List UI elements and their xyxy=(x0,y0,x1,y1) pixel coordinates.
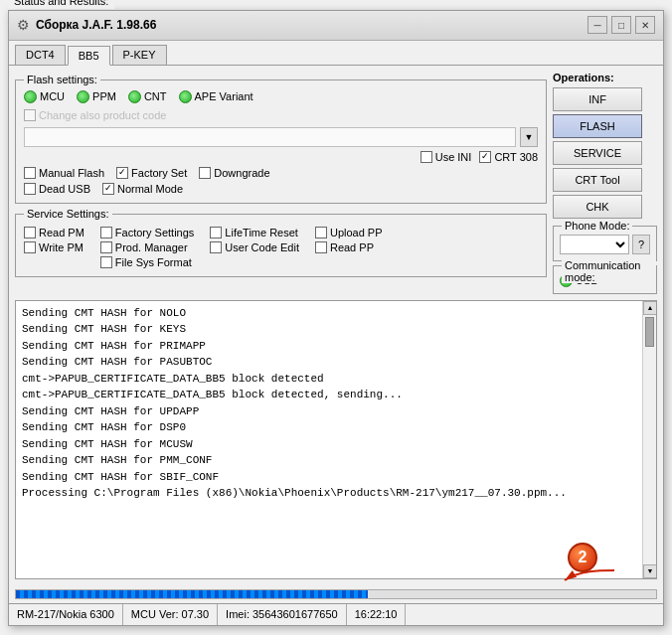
use-ini-checkbox[interactable]: Use INI xyxy=(420,151,472,163)
phone-mode-select[interactable] xyxy=(560,235,629,254)
product-dropdown-arrow[interactable]: ▼ xyxy=(520,127,538,147)
window-controls: ─ □ ✕ xyxy=(588,16,655,34)
factory-set-check[interactable] xyxy=(116,167,128,179)
scroll-up-arrow[interactable]: ▲ xyxy=(643,301,656,315)
tabs-bar: DCT4 BB5 P-KEY xyxy=(9,41,663,65)
service-button[interactable]: SERVICE xyxy=(553,141,642,165)
downgrade-checkbox[interactable]: Downgrade xyxy=(199,167,269,179)
manual-flash-label: Manual Flash xyxy=(39,167,104,179)
scroll-space xyxy=(643,349,656,564)
upload-pp-checkbox[interactable]: Upload PP xyxy=(315,227,383,238)
main-window: ⚙ Сборка J.A.F. 1.98.66 ─ □ ✕ DCT4 BB5 P… xyxy=(8,10,664,626)
file-sys-check[interactable] xyxy=(100,256,112,268)
phone-mode-row: ? xyxy=(560,235,650,254)
normal-mode-check[interactable] xyxy=(102,183,114,195)
crt-tool-button[interactable]: CRT Tool xyxy=(553,168,642,192)
phone-mode-group: Phone Mode: ? xyxy=(553,226,657,261)
close-button[interactable]: ✕ xyxy=(635,16,655,34)
write-pm-check[interactable] xyxy=(24,241,36,253)
step-badge: 2 xyxy=(568,543,597,572)
status-text-area[interactable]: Sending CMT HASH for NOLOSending CMT HAS… xyxy=(16,301,642,578)
write-pm-checkbox[interactable]: Write PM xyxy=(24,241,84,253)
bottom-bar: RM-217/Nokia 6300 MCU Ver: 07.30 Imei: 3… xyxy=(9,603,663,625)
write-pm-label: Write PM xyxy=(39,241,84,253)
upload-pp-check[interactable] xyxy=(315,227,327,238)
crt308-checkbox[interactable]: CRT 308 xyxy=(479,151,538,163)
factory-settings-check[interactable] xyxy=(100,227,112,238)
service-col1: Read PM Write PM xyxy=(24,227,84,268)
prod-manager-check[interactable] xyxy=(100,241,112,253)
settings-area: Flash settings: MCU PPM xyxy=(15,72,547,294)
service-settings-group: Service Settings: Read PM Write xyxy=(15,214,547,277)
radio-cnt-dot xyxy=(128,90,141,103)
minimize-button[interactable]: ─ xyxy=(588,16,607,34)
scrollbar[interactable]: ▲ ▼ xyxy=(642,301,656,578)
lifetime-reset-check[interactable] xyxy=(210,227,222,238)
user-code-check[interactable] xyxy=(210,241,222,253)
phone-mode-question-button[interactable]: ? xyxy=(632,235,650,254)
read-pm-checkbox[interactable]: Read PM xyxy=(24,227,84,238)
product-code-row: Change also product code xyxy=(24,109,538,121)
radio-mcu[interactable]: MCU xyxy=(24,90,65,103)
factory-settings-checkbox[interactable]: Factory Settings xyxy=(100,227,194,238)
file-sys-checkbox[interactable]: File Sys Format xyxy=(100,256,194,268)
lifetime-reset-checkbox[interactable]: LifeTime Reset xyxy=(210,227,299,238)
comm-mode-group: Communication mode: USB xyxy=(553,265,657,294)
service-col2: Factory Settings Prod. Manager File Sys … xyxy=(100,227,194,268)
options-row2: Dead USB Normal Mode xyxy=(24,183,538,195)
read-pp-label: Read PP xyxy=(330,241,374,253)
product-code-check xyxy=(24,109,36,121)
inf-button[interactable]: INF xyxy=(553,87,642,111)
tab-pkey[interactable]: P-KEY xyxy=(112,45,167,65)
phone-mode-title: Phone Mode: xyxy=(562,220,632,232)
app-icon: ⚙ xyxy=(17,17,30,33)
lifetime-reset-label: LifeTime Reset xyxy=(225,227,298,238)
manual-flash-checkbox[interactable]: Manual Flash xyxy=(24,167,104,179)
user-code-checkbox[interactable]: User Code Edit xyxy=(210,241,299,253)
chk-button[interactable]: CHK xyxy=(553,195,642,219)
radio-ppm[interactable]: PPM xyxy=(77,90,116,103)
imei-info: Imei: 35643601677650 xyxy=(218,604,347,625)
dead-usb-check[interactable] xyxy=(24,183,36,195)
options-row1: Manual Flash Factory Set Downgrade xyxy=(24,167,538,179)
maximize-button[interactable]: □ xyxy=(611,16,631,34)
normal-mode-checkbox[interactable]: Normal Mode xyxy=(102,183,183,195)
upload-pp-label: Upload PP xyxy=(330,227,383,238)
top-section: Flash settings: MCU PPM xyxy=(15,72,657,294)
tab-bb5[interactable]: BB5 xyxy=(68,46,110,66)
read-pp-check[interactable] xyxy=(315,241,327,253)
title-bar: ⚙ Сборка J.A.F. 1.98.66 ─ □ ✕ xyxy=(9,11,663,41)
flash-button[interactable]: FLASH xyxy=(553,114,642,138)
ini-crt-row: Use INI CRT 308 xyxy=(24,151,538,163)
factory-set-label: Factory Set xyxy=(131,167,187,179)
use-ini-check[interactable] xyxy=(420,151,432,163)
manual-flash-check[interactable] xyxy=(24,167,36,179)
radio-mcu-dot xyxy=(24,90,37,103)
read-pp-checkbox[interactable]: Read PP xyxy=(315,241,383,253)
read-pm-label: Read PM xyxy=(39,227,84,238)
mcu-ver: MCU Ver: 07.30 xyxy=(123,604,218,625)
radio-ape[interactable]: APE Variant xyxy=(179,90,253,103)
flash-settings-title: Flash settings: xyxy=(24,74,100,85)
file-sys-label: File Sys Format xyxy=(115,256,192,268)
window-title: Сборка J.A.F. 1.98.66 xyxy=(36,18,156,32)
status-area: Status and Results: Sending CMT HASH for… xyxy=(15,300,657,579)
radio-cnt[interactable]: CNT xyxy=(128,90,167,103)
downgrade-check[interactable] xyxy=(199,167,211,179)
radio-ppm-dot xyxy=(77,90,89,103)
normal-mode-label: Normal Mode xyxy=(117,183,183,195)
crt308-check[interactable] xyxy=(479,151,491,163)
flash-settings-group: Flash settings: MCU PPM xyxy=(15,79,547,204)
tab-dct4[interactable]: DCT4 xyxy=(15,45,66,65)
factory-set-checkbox[interactable]: Factory Set xyxy=(116,167,187,179)
product-input-row: ▼ xyxy=(24,127,538,147)
dead-usb-checkbox[interactable]: Dead USB xyxy=(24,183,90,195)
product-code-input[interactable] xyxy=(24,127,516,147)
scroll-down-arrow[interactable]: ▼ xyxy=(643,564,656,578)
radio-ppm-label: PPM xyxy=(92,90,116,102)
factory-settings-label: Factory Settings xyxy=(115,227,194,238)
read-pm-check[interactable] xyxy=(24,227,36,238)
scroll-thumb[interactable] xyxy=(645,317,654,347)
progress-bar xyxy=(16,590,368,598)
prod-manager-checkbox[interactable]: Prod. Manager xyxy=(100,241,194,253)
